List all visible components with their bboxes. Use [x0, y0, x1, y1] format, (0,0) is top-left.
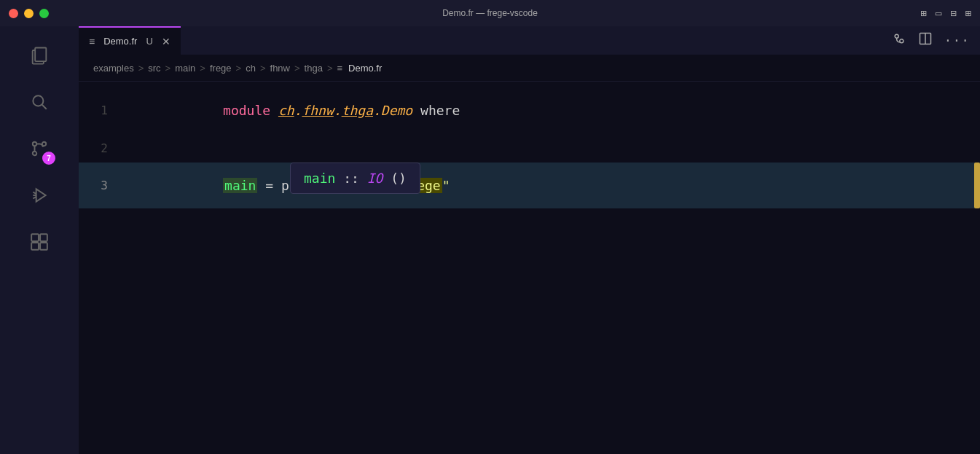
search-icon	[30, 93, 49, 111]
token-fhnw: fhnw	[302, 103, 333, 118]
more-actions-icon[interactable]: ···	[944, 34, 970, 48]
code-line-2: 2 main :: IO ()	[79, 133, 980, 163]
sidebar-item-explorer[interactable]	[17, 34, 61, 77]
code-line-1: 1 module ch.fhnw.thga.Demo where	[79, 87, 980, 133]
window-title: Demo.fr — frege-vscode	[442, 8, 538, 18]
code-content: 1 module ch.fhnw.thga.Demo where 2 main …	[79, 82, 980, 208]
svg-rect-11	[31, 234, 39, 241]
token-main: main	[223, 178, 257, 193]
token-dot1: .	[294, 103, 302, 118]
svg-rect-13	[31, 243, 39, 250]
layout-icon-2[interactable]: ▭	[936, 7, 941, 20]
breadcrumb-file-icon: ≡	[337, 63, 342, 74]
token-ch: ch	[278, 103, 294, 118]
line-number-3: 3	[79, 179, 122, 192]
hover-io: IO	[367, 171, 383, 186]
sidebar-item-search[interactable]	[17, 80, 61, 124]
breadcrumb-thga[interactable]: thga	[305, 63, 323, 74]
tab-bar: ≡ Demo.fr U ✕	[79, 26, 980, 55]
svg-point-2	[33, 95, 43, 106]
tab-close-button[interactable]: ✕	[162, 36, 170, 47]
layout-icon-3[interactable]: ⊟	[950, 7, 956, 20]
token-thga: thga	[342, 103, 373, 118]
breadcrumb-examples[interactable]: examples	[93, 63, 134, 74]
token-dot3: .	[373, 103, 381, 118]
breadcrumb: examples > src > main > frege > ch > fhn…	[79, 55, 980, 82]
line-number-2: 2	[79, 141, 122, 155]
maximize-button[interactable]	[39, 9, 49, 18]
tab-title: Demo.fr	[103, 36, 137, 47]
breadcrumb-ch[interactable]: ch	[246, 63, 256, 74]
token-string-close: "	[442, 178, 450, 193]
breadcrumb-frege[interactable]: frege	[210, 63, 232, 74]
svg-point-6	[33, 152, 36, 155]
sidebar-item-run-debug[interactable]	[17, 173, 61, 217]
titlebar: Demo.fr — frege-vscode ⊞ ▭ ⊟ ⊞	[0, 0, 980, 26]
line-number-1: 1	[79, 103, 122, 117]
hover-main: main	[304, 171, 335, 186]
token-dot2: .	[334, 103, 342, 118]
line-content-1: module ch.fhnw.thga.Demo where	[122, 87, 980, 133]
main-container: 7 ≡ Demo.fr	[0, 26, 980, 454]
breadcrumb-fhnw[interactable]: fhnw	[270, 63, 290, 74]
breadcrumb-src[interactable]: src	[148, 63, 160, 74]
breadcrumb-main[interactable]: main	[175, 63, 195, 74]
svg-point-15	[895, 34, 898, 38]
split-editor-icon[interactable]	[892, 31, 906, 50]
activity-bar: 7	[0, 26, 79, 454]
layout-icon-1[interactable]: ⊞	[920, 7, 926, 20]
svg-point-4	[33, 142, 36, 146]
files-icon	[29, 45, 50, 66]
code-line-3: 3 main = println "Hello Frege"	[79, 163, 980, 208]
minimize-button[interactable]	[24, 9, 34, 18]
layout-icon-4[interactable]: ⊞	[965, 7, 971, 20]
token-module: module	[223, 103, 278, 118]
sidebar-item-source-control[interactable]: 7	[17, 127, 61, 171]
breadcrumb-filename[interactable]: Demo.fr	[348, 63, 382, 74]
close-button[interactable]	[9, 9, 18, 18]
svg-rect-1	[35, 48, 46, 62]
line-content-3: main = println "Hello Frege"	[122, 163, 980, 208]
svg-line-3	[42, 105, 47, 109]
debug-icon	[30, 186, 49, 205]
source-control-badge: 7	[42, 152, 55, 165]
svg-point-16	[899, 39, 903, 43]
scrollbar-indicator	[974, 163, 980, 208]
svg-rect-12	[40, 234, 47, 241]
tab-actions: ···	[892, 26, 980, 55]
token-demo: Demo	[381, 103, 412, 118]
svg-rect-14	[40, 243, 47, 250]
tab-menu-icon: ≡	[89, 36, 95, 47]
layout-toggle-icon[interactable]	[918, 31, 933, 50]
code-editor[interactable]: 1 module ch.fhnw.thga.Demo where 2 main …	[79, 82, 980, 454]
titlebar-actions: ⊞ ▭ ⊟ ⊞	[920, 7, 971, 20]
hover-doublecolon: ::	[343, 171, 367, 186]
editor-area: ≡ Demo.fr U ✕	[79, 26, 980, 454]
window-controls	[9, 9, 49, 18]
token-where: where	[412, 103, 460, 118]
extensions-icon	[30, 232, 49, 251]
tab-modified-indicator: U	[146, 36, 152, 47]
hover-tooltip: main :: IO ()	[290, 163, 420, 194]
hover-parens: ()	[391, 171, 407, 186]
active-tab[interactable]: ≡ Demo.fr U ✕	[79, 26, 181, 55]
sidebar-item-extensions[interactable]	[17, 220, 61, 264]
svg-marker-7	[36, 189, 46, 201]
